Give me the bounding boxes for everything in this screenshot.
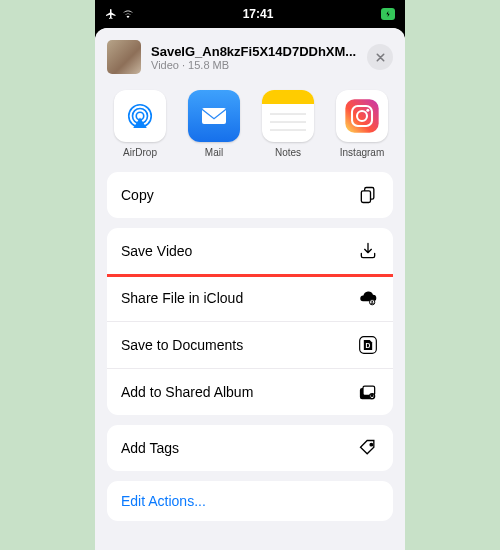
file-meta: Video · 15.8 MB [151, 59, 357, 71]
app-notes[interactable]: Notes [255, 90, 321, 158]
app-instagram[interactable]: Instagram [329, 90, 395, 158]
svg-rect-12 [361, 191, 370, 203]
svg-rect-3 [202, 108, 226, 124]
action-save-video[interactable]: Save Video [107, 228, 393, 275]
notes-icon [262, 90, 314, 142]
phone-frame: 17:41 SaveIG_An8kzFi5X14D7DDhXM... Video… [95, 0, 405, 550]
status-bar: 17:41 [95, 0, 405, 28]
app-airdrop-label: AirDrop [123, 147, 157, 158]
share-sheet: SaveIG_An8kzFi5X14D7DDhXM... Video · 15.… [95, 28, 405, 550]
app-mail-label: Mail [205, 147, 223, 158]
share-header: SaveIG_An8kzFi5X14D7DDhXM... Video · 15.… [95, 34, 405, 84]
svg-point-14 [371, 301, 373, 303]
action-share-icloud[interactable]: Share File in iCloud [107, 275, 393, 322]
svg-text:D: D [366, 342, 371, 349]
copy-icon [357, 184, 379, 206]
action-edit-actions-label: Edit Actions... [121, 493, 206, 509]
apps-row: AirDrop Mail Notes [95, 84, 405, 172]
action-save-video-label: Save Video [121, 243, 192, 259]
icloud-person-icon [357, 287, 379, 309]
status-time: 17:41 [243, 7, 274, 21]
action-edit-actions[interactable]: Edit Actions... [107, 481, 393, 521]
action-add-tags-label: Add Tags [121, 440, 179, 456]
documents-app-icon: D [357, 334, 379, 356]
action-group-copy: Copy [107, 172, 393, 218]
app-mail[interactable]: Mail [181, 90, 247, 158]
close-button[interactable] [367, 44, 393, 70]
shared-album-icon [357, 381, 379, 403]
mail-icon [188, 90, 240, 142]
status-left [105, 8, 135, 20]
app-instagram-label: Instagram [340, 147, 384, 158]
action-save-documents-label: Save to Documents [121, 337, 243, 353]
app-airdrop[interactable]: AirDrop [107, 90, 173, 158]
app-tiktok-partial[interactable]: T [403, 90, 405, 158]
file-name: SaveIG_An8kzFi5X14D7DDhXM... [151, 44, 357, 59]
action-add-tags[interactable]: Add Tags [107, 425, 393, 471]
action-add-shared-album-label: Add to Shared Album [121, 384, 253, 400]
action-group-edit: Edit Actions... [107, 481, 393, 521]
action-copy-label: Copy [121, 187, 154, 203]
tag-icon [357, 437, 379, 459]
action-share-icloud-label: Share File in iCloud [121, 290, 243, 306]
wifi-icon [121, 8, 135, 20]
action-group-main: Save Video Share File in iCloud Save to … [107, 228, 393, 415]
action-add-shared-album[interactable]: Add to Shared Album [107, 369, 393, 415]
svg-point-21 [370, 443, 373, 446]
battery-icon [381, 8, 395, 20]
app-notes-label: Notes [275, 147, 301, 158]
svg-rect-7 [345, 99, 378, 132]
action-copy[interactable]: Copy [107, 172, 393, 218]
file-thumbnail [107, 40, 141, 74]
download-icon [357, 240, 379, 262]
svg-point-10 [366, 109, 369, 112]
status-right [381, 8, 395, 20]
action-group-tags: Add Tags [107, 425, 393, 471]
airdrop-icon [114, 90, 166, 142]
action-save-documents[interactable]: Save to Documents D [107, 322, 393, 369]
instagram-icon [336, 90, 388, 142]
actions-container: Copy Save Video Share File in i [95, 172, 405, 521]
airplane-icon [105, 8, 117, 20]
close-icon [375, 52, 386, 63]
